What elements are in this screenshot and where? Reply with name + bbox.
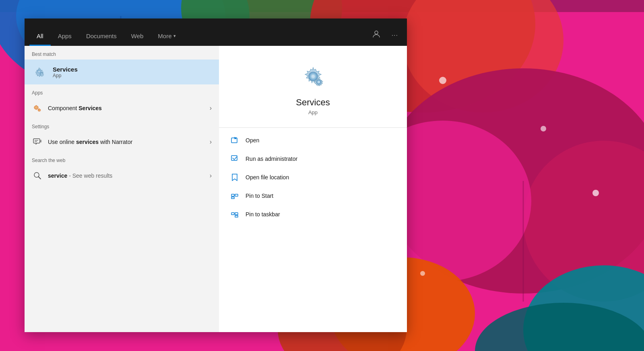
speech-icon (33, 137, 42, 147)
open-action[interactable]: Open (219, 131, 407, 150)
pin-to-taskbar-action[interactable]: Pin to taskbar (219, 205, 407, 224)
pin-to-start-action[interactable]: Pin to Start (219, 187, 407, 205)
tab-bar-right: ··· (368, 28, 402, 46)
right-panel: Services App Open (219, 46, 407, 332)
component-services-chevron (210, 105, 212, 112)
pin-start-icon (230, 191, 239, 200)
svg-point-39 (312, 75, 315, 78)
services-icon (32, 64, 47, 80)
services-large-icon (299, 62, 328, 91)
svg-rect-47 (231, 213, 234, 215)
component-services-item[interactable]: Component Services (25, 98, 219, 118)
svg-point-19 (541, 126, 546, 131)
person-icon (372, 30, 380, 38)
chevron-down-icon: ▾ (173, 33, 176, 39)
best-match-label: Best match (25, 46, 219, 60)
action-list: Open Run as administrator (219, 128, 407, 227)
best-match-services[interactable]: Services App (25, 60, 219, 84)
svg-point-18 (439, 77, 446, 84)
web-search-icon (32, 170, 43, 181)
apps-label: Apps (25, 84, 219, 98)
open-file-location-label: Open file location (246, 174, 289, 181)
open-label: Open (246, 137, 259, 144)
web-search-item[interactable]: service - See web results (25, 166, 219, 186)
gear-icon (32, 65, 47, 79)
svg-point-30 (35, 106, 37, 108)
narrator-text: Use online services with Narrator (48, 139, 205, 145)
component-services-text: Component Services (48, 105, 205, 111)
svg-point-28 (41, 74, 42, 75)
app-detail-title: Services (296, 97, 330, 108)
tab-documents[interactable]: Documents (79, 26, 124, 46)
search-window: All Apps Documents Web More ▾ ··· (25, 18, 407, 332)
open-file-location-action[interactable]: Open file location (219, 168, 407, 187)
web-search-text: service - See web results (48, 172, 205, 179)
app-detail-type: App (308, 109, 318, 115)
narrator-settings-item[interactable]: Use online services with Narrator (25, 132, 219, 152)
svg-rect-32 (33, 139, 40, 143)
component-services-icon (32, 103, 43, 114)
person-icon-button[interactable] (368, 28, 384, 43)
main-content: Best match (25, 46, 407, 332)
tab-apps[interactable]: Apps (51, 26, 79, 46)
pin-to-taskbar-label: Pin to taskbar (246, 211, 280, 218)
web-search-chevron (210, 172, 212, 179)
tab-bar: All Apps Documents Web More ▾ ··· (25, 18, 407, 46)
svg-rect-48 (235, 213, 238, 215)
svg-rect-46 (235, 194, 238, 196)
tab-more[interactable]: More ▾ (151, 26, 183, 46)
narrator-icon (32, 136, 43, 148)
tab-all[interactable]: All (29, 26, 51, 46)
more-options-button[interactable]: ··· (388, 29, 402, 42)
search-web-label: Search the web (25, 152, 219, 166)
settings-label: Settings (25, 118, 219, 132)
folder-icon (230, 173, 239, 182)
svg-rect-45 (231, 194, 234, 196)
services-title: Services (53, 66, 78, 73)
shield-icon (230, 154, 239, 163)
left-panel: Best match (25, 46, 219, 332)
run-as-admin-label: Run as administrator (246, 156, 297, 162)
magnifier-icon (33, 171, 42, 180)
cogs-icon (33, 103, 42, 113)
pin-taskbar-icon (230, 210, 239, 219)
pin-to-start-label: Pin to Start (246, 193, 273, 199)
services-best-match-text: Services App (53, 66, 78, 78)
svg-point-20 (592, 190, 599, 196)
svg-line-36 (39, 177, 41, 179)
services-subtitle: App (53, 73, 78, 78)
svg-point-21 (420, 271, 425, 276)
app-detail-header: Services App (219, 46, 407, 128)
svg-point-41 (317, 81, 320, 83)
tab-web[interactable]: Web (124, 26, 151, 46)
svg-point-22 (375, 31, 378, 34)
run-as-admin-action[interactable]: Run as administrator (219, 150, 407, 168)
narrator-chevron (210, 138, 212, 146)
svg-point-25 (38, 71, 40, 73)
app-detail-icon (299, 62, 328, 91)
ellipsis-icon: ··· (392, 32, 398, 39)
open-icon (230, 136, 239, 145)
